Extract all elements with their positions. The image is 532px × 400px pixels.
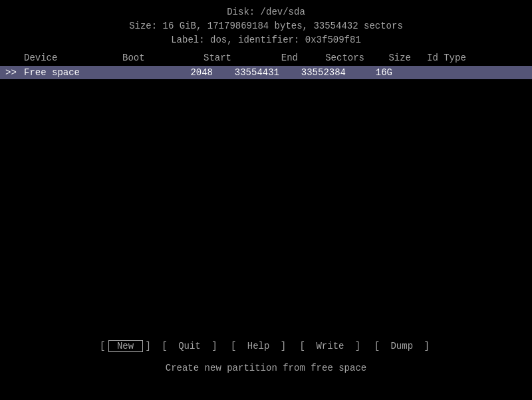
header-start: Start <box>176 53 242 63</box>
disk-label-info: Label: dos, identifier: 0x3f509f81 <box>0 33 532 47</box>
header-sectors: Sectors <box>309 53 375 63</box>
header-size: Size <box>375 53 422 63</box>
header-arrow-col <box>5 53 24 63</box>
row-sectors: 33552384 <box>290 67 356 78</box>
write-bracket-right: ] <box>352 341 363 351</box>
header-boot: Boot <box>122 53 176 63</box>
screen: Disk: /dev/sda Size: 16 GiB, 17179869184… <box>0 0 532 400</box>
table-row[interactable]: >> Free space 2048 33554431 33552384 16G <box>0 66 532 79</box>
dump-label: Dump <box>385 341 418 351</box>
quit-label: Quit <box>173 341 206 351</box>
dump-button[interactable]: Dump <box>385 341 418 351</box>
header-device: Device <box>24 53 122 63</box>
help-label: Help <box>241 341 275 351</box>
menu-bar: [ New ] [ Quit ] [ Help ] [ Write ] [ <box>0 340 532 352</box>
help-button[interactable]: Help <box>241 341 275 351</box>
header-id-type: Id Type <box>422 53 527 63</box>
new-button[interactable]: New <box>108 340 143 352</box>
write-bracket-left: [ <box>291 341 308 351</box>
status-text: Create new partition from free space <box>0 363 532 373</box>
row-arrow: >> <box>5 67 24 78</box>
disk-title: Disk: /dev/sda <box>0 5 532 19</box>
table-header: Device Boot Start End Sectors Size Id Ty… <box>0 51 532 65</box>
write-button[interactable]: Write <box>311 341 350 351</box>
help-bracket-right: ] <box>278 341 289 351</box>
new-bracket-left: [ <box>100 341 105 351</box>
quit-bracket-left: [ <box>154 341 170 351</box>
help-bracket-left: [ <box>223 341 239 351</box>
new-bracket-right: ] <box>146 341 151 351</box>
row-end: 33554431 <box>223 67 290 78</box>
title-section: Disk: /dev/sda Size: 16 GiB, 17179869184… <box>0 5 532 47</box>
disk-size-info: Size: 16 GiB, 17179869184 bytes, 3355443… <box>0 19 532 33</box>
dump-bracket-right: ] <box>421 341 432 351</box>
bottom-bar: [ New ] [ Quit ] [ Help ] [ Write ] [ <box>0 340 532 373</box>
quit-button[interactable]: Quit <box>173 341 206 351</box>
row-device: Free space <box>24 67 104 78</box>
dump-bracket-left: [ <box>366 341 382 351</box>
quit-bracket-right: ] <box>209 341 219 351</box>
row-boot <box>104 67 157 78</box>
row-size: 16G <box>356 67 403 78</box>
write-label: Write <box>311 341 350 351</box>
header-end: End <box>242 53 309 63</box>
new-label: New <box>112 341 140 351</box>
row-id-type <box>403 67 527 78</box>
row-start: 2048 <box>157 67 223 78</box>
